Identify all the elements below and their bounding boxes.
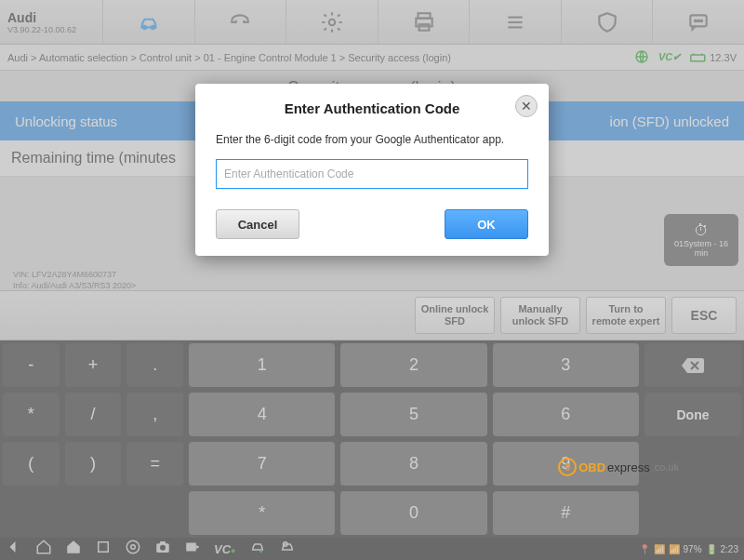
modal-message: Enter the 6-digit code from your Google … xyxy=(216,133,528,146)
cancel-button[interactable]: Cancel xyxy=(216,209,299,239)
modal-title: Enter Authentication Code xyxy=(216,100,528,116)
auth-modal: ✕ Enter Authentication Code Enter the 6-… xyxy=(195,84,549,256)
modal-close-button[interactable]: ✕ xyxy=(515,95,538,117)
auth-code-input[interactable] xyxy=(216,159,528,189)
ok-button[interactable]: OK xyxy=(445,209,528,239)
modal-backdrop: ✕ Enter Authentication Code Enter the 6-… xyxy=(0,0,744,560)
